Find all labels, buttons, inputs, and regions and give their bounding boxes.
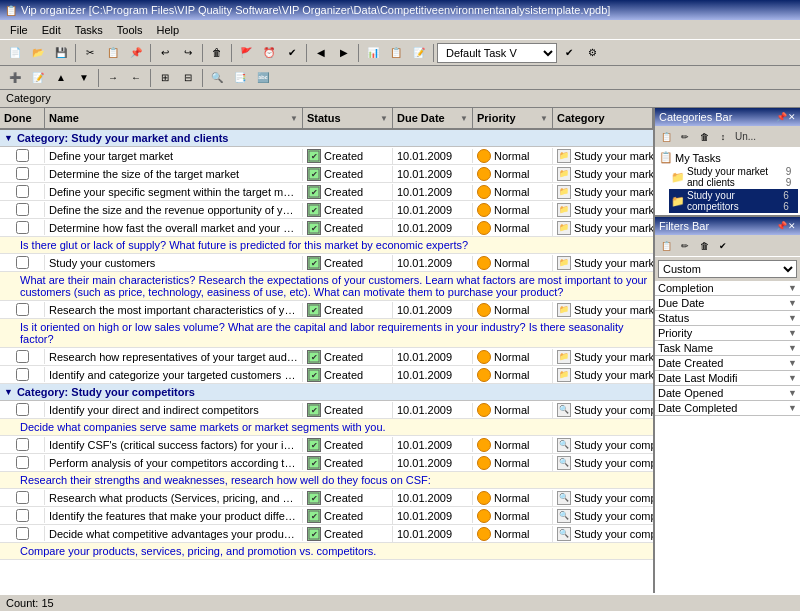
col-header-priority[interactable]: Priority ▼ — [473, 108, 553, 128]
done-checkbox[interactable] — [16, 203, 29, 216]
filter-new-btn[interactable]: 📋 — [657, 237, 675, 255]
add-note-btn[interactable]: 📝 — [27, 67, 49, 89]
cell-duedate: 10.01.2009 — [393, 403, 473, 417]
delete-btn[interactable]: 🗑 — [206, 42, 228, 64]
collapse-btn[interactable]: ⊟ — [177, 67, 199, 89]
cut-btn[interactable]: ✂ — [79, 42, 101, 64]
menu-tasks[interactable]: Tasks — [69, 22, 109, 38]
filter-row[interactable]: Due Date ▼ — [655, 296, 800, 311]
back-btn[interactable]: ◀ — [310, 42, 332, 64]
filter-select[interactable]: Custom — [658, 260, 797, 278]
new-task-btn[interactable]: 📄 — [4, 42, 26, 64]
outdent-btn[interactable]: ← — [125, 67, 147, 89]
done-checkbox[interactable] — [16, 167, 29, 180]
category-tree: 📋 My Tasks 📁 Study your market and clien… — [655, 148, 800, 215]
flag-btn[interactable]: 🚩 — [235, 42, 257, 64]
filter-row[interactable]: Status ▼ — [655, 311, 800, 326]
cat-tree-mytasks[interactable]: 📋 My Tasks — [657, 150, 798, 165]
filter-row[interactable]: Date Opened ▼ — [655, 386, 800, 401]
done-checkbox[interactable] — [16, 303, 29, 316]
view3-btn[interactable]: 📝 — [408, 42, 430, 64]
filters-pin-btn[interactable]: 📌 — [776, 221, 787, 231]
filter-dropdown-arrow[interactable]: ▼ — [788, 373, 797, 383]
redo-btn[interactable]: ↪ — [177, 42, 199, 64]
cat-move-btn[interactable]: ↕ — [714, 128, 732, 146]
col-header-duedate[interactable]: Due Date ▼ — [393, 108, 473, 128]
done-checkbox[interactable] — [16, 527, 29, 540]
undo-btn[interactable]: ↩ — [154, 42, 176, 64]
col-header-name[interactable]: Name ▼ — [45, 108, 303, 128]
filter-dropdown-arrow[interactable]: ▼ — [788, 358, 797, 368]
filter-row[interactable]: Date Created ▼ — [655, 356, 800, 371]
paste-btn[interactable]: 📌 — [125, 42, 147, 64]
filter-apply-btn[interactable]: ✔ — [714, 237, 732, 255]
menu-help[interactable]: Help — [151, 22, 186, 38]
forward-btn[interactable]: ▶ — [333, 42, 355, 64]
expand-icon[interactable]: ▼ — [4, 133, 13, 143]
filter-dropdown-arrow[interactable]: ▼ — [788, 403, 797, 413]
filter-row[interactable]: Completion ▼ — [655, 281, 800, 296]
col-header-category[interactable]: Category — [553, 108, 653, 128]
clock-btn[interactable]: ⏰ — [258, 42, 280, 64]
filter-dropdown-arrow[interactable]: ▼ — [788, 283, 797, 293]
done-checkbox[interactable] — [16, 456, 29, 469]
expand-icon[interactable]: ▼ — [4, 387, 13, 397]
filters-close-btn[interactable]: ✕ — [788, 221, 796, 231]
cat-tree-market[interactable]: 📁 Study your market and clients 9 9 — [669, 165, 798, 189]
filter-row[interactable]: Date Completed ▼ — [655, 401, 800, 416]
cat-delete-btn[interactable]: 🗑 — [695, 128, 713, 146]
filter-edit-btn[interactable]: ✏ — [676, 237, 694, 255]
done-checkbox[interactable] — [16, 491, 29, 504]
check-btn[interactable]: ✔ — [281, 42, 303, 64]
menu-tools[interactable]: Tools — [111, 22, 149, 38]
done-checkbox[interactable] — [16, 221, 29, 234]
apply-btn[interactable]: ✔ — [558, 42, 580, 64]
col-header-done[interactable]: Done — [0, 108, 45, 128]
add-task-btn[interactable]: ➕ — [4, 67, 26, 89]
done-checkbox[interactable] — [16, 403, 29, 416]
col-header-status[interactable]: Status ▼ — [303, 108, 393, 128]
settings-btn[interactable]: ⚙ — [581, 42, 603, 64]
done-checkbox[interactable] — [16, 256, 29, 269]
cat-new-btn[interactable]: 📋 — [657, 128, 675, 146]
filter-dropdown-arrow[interactable]: ▼ — [788, 298, 797, 308]
cat-tree-competitors[interactable]: 📁 Study your competitors 6 6 — [669, 189, 798, 213]
status-text: Created — [324, 168, 363, 180]
filter-row[interactable]: Priority ▼ — [655, 326, 800, 341]
menu-edit[interactable]: Edit — [36, 22, 67, 38]
category-row[interactable]: ▼Category: Study your market and clients — [0, 130, 653, 147]
categories-pin-btn[interactable]: 📌 — [776, 112, 787, 122]
done-checkbox[interactable] — [16, 185, 29, 198]
menu-file[interactable]: File — [4, 22, 34, 38]
filter-label: Status — [658, 312, 788, 324]
done-checkbox[interactable] — [16, 149, 29, 162]
filter-btn[interactable]: 🔍 — [206, 67, 228, 89]
filter-dropdown-arrow[interactable]: ▼ — [788, 388, 797, 398]
view-dropdown[interactable]: Default Task V — [437, 43, 557, 63]
filter-row[interactable]: Task Name ▼ — [655, 341, 800, 356]
categories-close-btn[interactable]: ✕ — [788, 112, 796, 122]
status-text: Created — [324, 257, 363, 269]
filter-row[interactable]: Date Last Modifi ▼ — [655, 371, 800, 386]
move-down-btn[interactable]: ▼ — [73, 67, 95, 89]
sort-btn[interactable]: 🔤 — [252, 67, 274, 89]
view-btn[interactable]: 📊 — [362, 42, 384, 64]
save-btn[interactable]: 💾 — [50, 42, 72, 64]
expand-btn[interactable]: ⊞ — [154, 67, 176, 89]
group-btn[interactable]: 📑 — [229, 67, 251, 89]
filter-dropdown-arrow[interactable]: ▼ — [788, 328, 797, 338]
filter-del-btn[interactable]: 🗑 — [695, 237, 713, 255]
copy-btn[interactable]: 📋 — [102, 42, 124, 64]
move-up-btn[interactable]: ▲ — [50, 67, 72, 89]
filter-dropdown-arrow[interactable]: ▼ — [788, 313, 797, 323]
done-checkbox[interactable] — [16, 438, 29, 451]
done-checkbox[interactable] — [16, 368, 29, 381]
filter-dropdown-arrow[interactable]: ▼ — [788, 343, 797, 353]
view2-btn[interactable]: 📋 — [385, 42, 407, 64]
done-checkbox[interactable] — [16, 509, 29, 522]
category-row[interactable]: ▼Category: Study your competitors — [0, 384, 653, 401]
indent-btn[interactable]: → — [102, 67, 124, 89]
cat-edit-btn[interactable]: ✏ — [676, 128, 694, 146]
open-btn[interactable]: 📂 — [27, 42, 49, 64]
done-checkbox[interactable] — [16, 350, 29, 363]
